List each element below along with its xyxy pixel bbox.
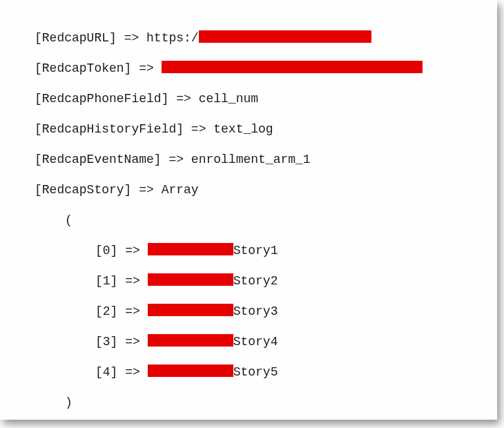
line-close-paren: ) bbox=[4, 395, 423, 410]
kv: [RedcapEventName] => enrollment_arm_1 bbox=[35, 153, 311, 166]
idx: [1] bbox=[95, 274, 117, 288]
redaction-box bbox=[148, 334, 233, 347]
redaction-box bbox=[148, 243, 233, 255]
redaction-box bbox=[148, 273, 233, 286]
key-token: [RedcapToken] bbox=[35, 61, 131, 75]
kv: [RedcapHistoryField] => text_log bbox=[35, 122, 273, 136]
story-label: Story5 bbox=[233, 365, 278, 379]
story-label: Story1 bbox=[233, 244, 278, 257]
story-label: Story3 bbox=[233, 304, 278, 318]
line-story-0: [0] => Story1 bbox=[4, 243, 423, 258]
idx: [3] bbox=[95, 335, 117, 349]
redaction-box bbox=[148, 364, 233, 377]
line-redcap-token: [RedcapToken] => bbox=[4, 61, 423, 76]
key-url: [RedcapURL] bbox=[35, 31, 117, 45]
blank-line bbox=[4, 425, 423, 428]
story-label: Story2 bbox=[233, 274, 278, 288]
arrow: => bbox=[117, 244, 147, 257]
paren: ) bbox=[65, 396, 72, 409]
kv: [RedcapStory] => Array bbox=[35, 183, 199, 197]
line-story-4: [4] => Story5 bbox=[4, 364, 423, 380]
story-label: Story4 bbox=[233, 335, 278, 349]
url-prefix: https:/ bbox=[146, 31, 199, 45]
redaction-box bbox=[199, 30, 371, 43]
arrow: => bbox=[117, 31, 146, 45]
line-story-header: [RedcapStory] => Array bbox=[4, 182, 423, 197]
idx: [0] bbox=[95, 244, 117, 257]
idx: [4] bbox=[95, 365, 117, 379]
line-story-3: [3] => Story4 bbox=[4, 334, 423, 349]
line-story-1: [1] => Story2 bbox=[4, 273, 423, 289]
line-redcap-url: [RedcapURL] => https:/ bbox=[4, 30, 423, 46]
arrow: => bbox=[117, 365, 147, 379]
code-dump-panel: [RedcapURL] => https:/ [RedcapToken] => … bbox=[0, 0, 497, 420]
redaction-box bbox=[148, 304, 233, 316]
arrow: => bbox=[117, 335, 147, 349]
line-open-paren: ( bbox=[4, 213, 423, 228]
line-phone: [RedcapPhoneField] => cell_num bbox=[4, 91, 423, 106]
line-event: [RedcapEventName] => enrollment_arm_1 bbox=[4, 152, 423, 167]
arrow: => bbox=[131, 61, 161, 75]
line-story-2: [2] => Story3 bbox=[4, 304, 423, 319]
redaction-box bbox=[162, 61, 423, 73]
arrow: => bbox=[117, 304, 147, 318]
code-block: [RedcapURL] => https:/ [RedcapToken] => … bbox=[4, 15, 423, 428]
idx: [2] bbox=[95, 304, 117, 318]
arrow: => bbox=[117, 274, 147, 288]
kv: [RedcapPhoneField] => cell_num bbox=[35, 92, 258, 106]
line-history: [RedcapHistoryField] => text_log bbox=[4, 121, 423, 137]
paren: ( bbox=[65, 213, 72, 227]
